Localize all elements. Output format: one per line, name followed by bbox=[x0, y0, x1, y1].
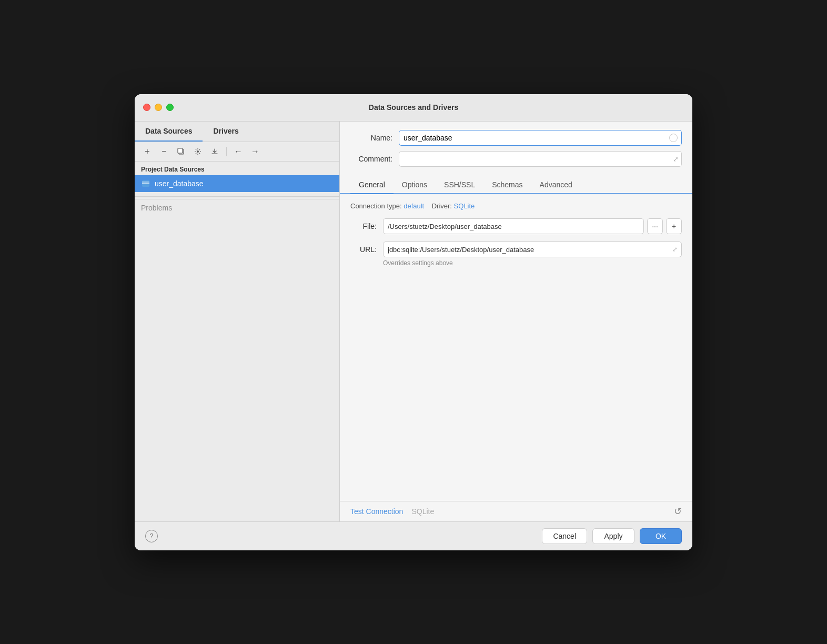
minimize-button[interactable] bbox=[155, 104, 162, 111]
maximize-button[interactable] bbox=[166, 104, 174, 111]
name-label: Name: bbox=[350, 134, 392, 142]
problems-label: Problems bbox=[135, 199, 339, 216]
url-row: URL: ⤢ bbox=[350, 242, 682, 257]
file-input-wrapper: ··· + bbox=[383, 218, 682, 234]
tab-ssh-ssl[interactable]: SSH/SSL bbox=[436, 176, 483, 194]
add-button[interactable]: + bbox=[140, 145, 155, 158]
file-add-button[interactable]: + bbox=[666, 218, 682, 234]
name-input-wrapper bbox=[399, 130, 682, 146]
file-ellipsis-button[interactable]: ··· bbox=[647, 218, 663, 234]
sidebar-tabs: Data Sources Drivers bbox=[135, 122, 339, 142]
sidebar: Data Sources Drivers + − bbox=[135, 122, 340, 521]
tab-data-sources[interactable]: Data Sources bbox=[135, 122, 203, 142]
main-panel: Name: Comment: ⤢ General Optio bbox=[340, 122, 692, 521]
general-tab-content: Connection type: default Driver: SQLite … bbox=[340, 194, 692, 501]
url-label: URL: bbox=[350, 245, 377, 254]
comment-input[interactable] bbox=[399, 151, 682, 167]
tab-general[interactable]: General bbox=[350, 176, 394, 194]
driver-label: Driver: bbox=[432, 202, 452, 210]
sqlite-label: SQLite bbox=[411, 507, 434, 516]
content-area: Data Sources Drivers + − bbox=[135, 122, 692, 521]
connection-type-label: Connection type: bbox=[350, 202, 402, 210]
tab-drivers[interactable]: Drivers bbox=[203, 122, 249, 142]
name-row: Name: bbox=[350, 130, 682, 146]
spinner-icon bbox=[669, 134, 678, 142]
project-data-sources-label: Project Data Sources bbox=[135, 162, 339, 175]
remove-button[interactable]: − bbox=[157, 145, 172, 158]
comment-row: Comment: ⤢ bbox=[350, 151, 682, 167]
file-row: File: ··· + bbox=[350, 218, 682, 234]
main-window: Data Sources and Drivers Data Sources Dr… bbox=[135, 94, 692, 550]
name-input[interactable] bbox=[399, 130, 682, 146]
comment-input-wrapper: ⤢ bbox=[399, 151, 682, 167]
file-label: File: bbox=[350, 222, 377, 230]
toolbar-divider bbox=[226, 147, 227, 156]
url-input[interactable] bbox=[383, 242, 682, 257]
dialog-footer: ? Cancel Apply OK bbox=[135, 521, 692, 550]
tab-advanced[interactable]: Advanced bbox=[531, 176, 581, 194]
copy-button[interactable] bbox=[174, 145, 188, 158]
tab-schemas[interactable]: Schemas bbox=[483, 176, 531, 194]
sidebar-toolbar: + − bbox=[135, 142, 339, 162]
tab-options[interactable]: Options bbox=[394, 176, 436, 194]
overrides-text: Overrides settings above bbox=[383, 259, 682, 267]
import-button[interactable] bbox=[207, 145, 222, 158]
form-header: Name: Comment: ⤢ bbox=[340, 122, 692, 176]
svg-point-2 bbox=[197, 150, 199, 153]
driver-value[interactable]: SQLite bbox=[454, 202, 475, 210]
traffic-lights bbox=[143, 104, 174, 111]
expand-url-icon[interactable]: ⤢ bbox=[672, 246, 678, 253]
expand-comment-icon[interactable]: ⤢ bbox=[673, 155, 679, 163]
settings-button[interactable] bbox=[190, 145, 205, 158]
sidebar-item-user-database[interactable]: user_database bbox=[135, 175, 339, 192]
connection-type-value[interactable]: default bbox=[404, 202, 424, 210]
sidebar-item-label: user_database bbox=[155, 179, 204, 188]
apply-button[interactable]: Apply bbox=[592, 528, 634, 544]
connection-info: Connection type: default Driver: SQLite bbox=[350, 202, 682, 210]
refresh-icon[interactable]: ↺ bbox=[674, 506, 682, 517]
bottom-bar: Test Connection SQLite ↺ bbox=[340, 501, 692, 521]
help-button[interactable]: ? bbox=[145, 530, 158, 542]
svg-rect-1 bbox=[178, 148, 183, 153]
close-button[interactable] bbox=[143, 104, 150, 111]
database-icon bbox=[141, 179, 150, 188]
tabs-bar: General Options SSH/SSL Schemas Advanced bbox=[340, 176, 692, 194]
file-input[interactable] bbox=[383, 218, 644, 234]
comment-label: Comment: bbox=[350, 155, 392, 163]
window-title: Data Sources and Drivers bbox=[369, 103, 458, 112]
titlebar: Data Sources and Drivers bbox=[135, 94, 692, 122]
test-connection-link[interactable]: Test Connection bbox=[350, 507, 403, 516]
cancel-button[interactable]: Cancel bbox=[542, 528, 587, 544]
ok-button[interactable]: OK bbox=[640, 528, 682, 544]
forward-button[interactable]: → bbox=[248, 145, 263, 158]
url-input-wrapper: ⤢ bbox=[383, 242, 682, 257]
back-button[interactable]: ← bbox=[231, 145, 246, 158]
